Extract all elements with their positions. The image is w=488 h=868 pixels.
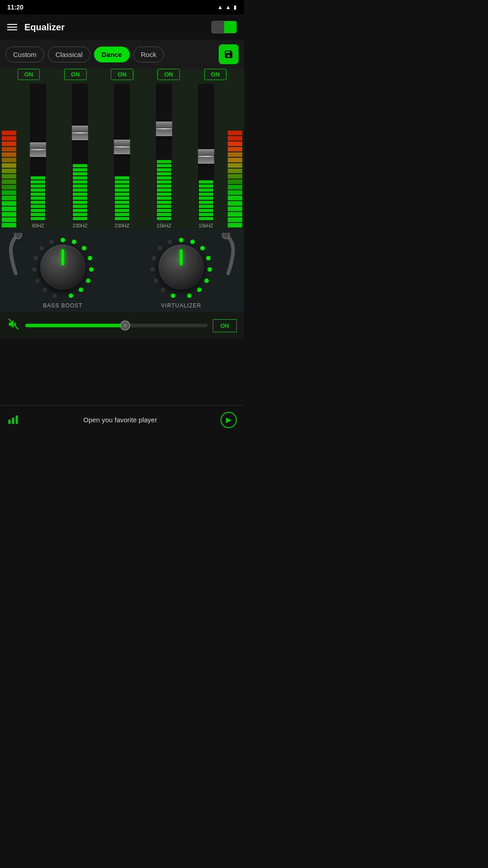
band4-on-button[interactable]: ON bbox=[157, 69, 180, 80]
volume-on-button[interactable]: ON bbox=[213, 319, 237, 332]
svg-point-22 bbox=[197, 288, 202, 292]
svg-point-6 bbox=[86, 278, 90, 283]
svg-point-11 bbox=[35, 278, 40, 283]
tab-classical[interactable]: Classical bbox=[48, 47, 90, 62]
status-icons: ▲ ▲ ▮ bbox=[217, 4, 237, 10]
fader-band4[interactable]: 15kHZ bbox=[144, 84, 184, 228]
svg-point-4 bbox=[88, 256, 92, 260]
fader-band3[interactable]: 230HZ bbox=[102, 84, 142, 228]
svg-rect-35 bbox=[16, 415, 18, 424]
svg-point-15 bbox=[49, 240, 54, 244]
svg-point-9 bbox=[52, 293, 57, 298]
virtualizer-knob[interactable]: VIRTUALIZER bbox=[150, 236, 213, 309]
volume-icon bbox=[7, 318, 20, 333]
volume-section: ON bbox=[0, 312, 244, 339]
svg-point-31 bbox=[222, 233, 230, 239]
fader-handle-band5[interactable] bbox=[198, 149, 214, 164]
fader-label-band5: 15kHZ bbox=[198, 223, 213, 228]
save-button[interactable] bbox=[219, 44, 239, 64]
toggle-right bbox=[224, 21, 236, 33]
svg-point-17 bbox=[190, 240, 195, 244]
fader-handle-band2[interactable] bbox=[72, 126, 88, 140]
svg-rect-33 bbox=[8, 420, 10, 424]
band3-on-button[interactable]: ON bbox=[111, 69, 133, 80]
virtualizer-indicator bbox=[180, 249, 183, 265]
svg-point-20 bbox=[207, 267, 212, 272]
svg-point-27 bbox=[150, 267, 155, 272]
page-title: Equalizer bbox=[24, 22, 65, 33]
svg-point-23 bbox=[187, 293, 192, 298]
toggle-left bbox=[212, 21, 224, 33]
signal-icon: ▲ bbox=[225, 4, 231, 10]
virtualizer-label: VIRTUALIZER bbox=[161, 302, 202, 309]
svg-rect-34 bbox=[12, 417, 14, 424]
virtualizer-knob-body[interactable] bbox=[159, 245, 204, 290]
volume-fill bbox=[25, 324, 125, 327]
preset-tabs: Custom Classical Dance Rock bbox=[0, 40, 244, 69]
svg-point-29 bbox=[158, 246, 162, 250]
fader-handle-band1[interactable] bbox=[30, 142, 46, 157]
bass-boost-knob-body[interactable] bbox=[40, 245, 85, 290]
knobs-section: BASS BOOST bbox=[0, 228, 244, 312]
fader-band5[interactable]: 15kHZ bbox=[186, 84, 226, 228]
fader-band2[interactable]: 230HZ bbox=[60, 84, 100, 228]
svg-point-2 bbox=[72, 240, 76, 244]
svg-point-8 bbox=[69, 293, 73, 298]
band5-on-button[interactable]: ON bbox=[204, 69, 227, 80]
svg-point-5 bbox=[89, 267, 94, 272]
volume-bar[interactable] bbox=[25, 324, 207, 327]
svg-point-12 bbox=[32, 267, 37, 272]
status-time: 11:20 bbox=[7, 4, 23, 11]
eq-power-toggle[interactable] bbox=[211, 21, 237, 33]
svg-point-19 bbox=[206, 256, 211, 260]
eq-visualizer-icon bbox=[7, 412, 20, 428]
cable-left bbox=[0, 233, 23, 278]
fader-label-band3: 230HZ bbox=[114, 223, 129, 228]
svg-point-1 bbox=[61, 238, 65, 242]
svg-point-25 bbox=[161, 288, 165, 292]
app-header: Equalizer bbox=[0, 14, 244, 40]
tab-dance[interactable]: Dance bbox=[94, 47, 130, 62]
svg-point-3 bbox=[82, 246, 86, 250]
on-buttons-row: ON ON ON ON ON bbox=[0, 69, 244, 80]
menu-button[interactable] bbox=[7, 24, 17, 30]
fader-handle-band4[interactable] bbox=[156, 122, 172, 136]
band1-on-button[interactable]: ON bbox=[18, 69, 40, 80]
fader-label-band4: 15kHZ bbox=[157, 223, 171, 228]
svg-point-16 bbox=[179, 238, 183, 242]
fader-handle-band3[interactable] bbox=[114, 140, 130, 154]
header-left: Equalizer bbox=[7, 22, 65, 33]
bass-boost-indicator bbox=[61, 249, 64, 265]
wifi-icon: ▲ bbox=[217, 4, 223, 10]
svg-point-10 bbox=[42, 288, 47, 292]
player-bar: Open you favorite player ▶ bbox=[0, 405, 244, 434]
volume-thumb[interactable] bbox=[120, 321, 130, 330]
svg-point-18 bbox=[200, 246, 205, 250]
virtualizer-knob-outer[interactable] bbox=[150, 236, 213, 299]
tab-rock[interactable]: Rock bbox=[133, 47, 164, 62]
fader-band1[interactable]: 60HZ bbox=[18, 84, 58, 228]
fader-label-band2: 230HZ bbox=[73, 223, 88, 228]
fader-label-band1: 60HZ bbox=[32, 223, 44, 228]
faders-container: 60HZ 230HZ bbox=[0, 84, 244, 228]
svg-point-26 bbox=[154, 278, 158, 283]
player-text: Open you favorite player bbox=[27, 416, 213, 424]
svg-point-28 bbox=[152, 256, 156, 260]
bass-boost-label: BASS BOOST bbox=[43, 302, 82, 309]
svg-point-21 bbox=[204, 278, 209, 283]
vu-meter-right bbox=[228, 84, 242, 228]
vu-meter-left bbox=[2, 84, 16, 228]
svg-point-24 bbox=[171, 293, 175, 298]
svg-point-7 bbox=[79, 288, 83, 292]
status-bar: 11:20 ▲ ▲ ▮ bbox=[0, 0, 244, 14]
play-icon: ▶ bbox=[226, 415, 231, 424]
play-button[interactable]: ▶ bbox=[221, 412, 237, 428]
tab-custom[interactable]: Custom bbox=[5, 47, 44, 62]
cable-right bbox=[221, 233, 244, 278]
bass-boost-knob-outer[interactable] bbox=[31, 236, 94, 299]
svg-point-30 bbox=[168, 240, 172, 244]
eq-section: ON ON ON ON ON bbox=[0, 69, 244, 228]
band2-on-button[interactable]: ON bbox=[64, 69, 87, 80]
svg-point-13 bbox=[33, 256, 38, 260]
bass-boost-knob[interactable]: BASS BOOST bbox=[31, 236, 94, 309]
